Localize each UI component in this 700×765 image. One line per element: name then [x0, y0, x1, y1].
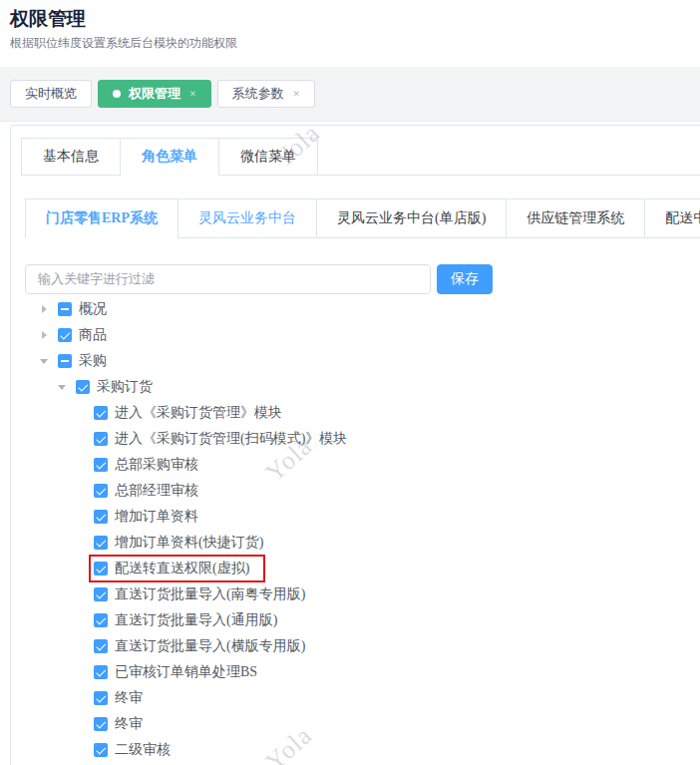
highlight-red-box: 配送转直送权限(虚拟) [89, 555, 265, 582]
tree-node[interactable]: 直送订货批量导入(通用版) [11, 607, 700, 633]
tab-lingfeng-cloud-middle[interactable]: 灵风云业务中台 [177, 198, 317, 238]
tree-node[interactable]: 概况 [11, 296, 700, 322]
tree-node[interactable]: 直送订货批量导入(南粤专用版) [11, 581, 700, 607]
filter-input[interactable] [25, 264, 431, 294]
tree-node-label: 配送转直送权限(虚拟) [115, 560, 249, 577]
page-header: 权限管理 根据职位纬度设置系统后台模块的功能权限 [0, 0, 700, 52]
caret-down-icon[interactable] [39, 355, 58, 368]
tab-label: 灵风云业务中台 [198, 209, 296, 227]
tree-node[interactable]: 二级审核 [11, 737, 700, 763]
tree-node-label: 采购 [79, 352, 107, 370]
checkbox[interactable] [94, 484, 108, 498]
window-tab-permission-management[interactable]: 权限管理 × [98, 80, 211, 108]
tree-node[interactable]: 商品 [11, 322, 700, 348]
tree-node-label: 商品 [79, 326, 107, 344]
tree-node[interactable]: 总部经理审核 [11, 478, 700, 504]
content-card: 基本信息 角色菜单 微信菜单 门店零售ERP系统 灵风云业务中台 灵风云业务中台… [10, 125, 700, 765]
tree-node[interactable]: 终审 [11, 711, 700, 737]
tree-node-label: 增加订单资料 [115, 508, 198, 526]
tree-node[interactable]: 配送转直送权限(虚拟) [11, 556, 700, 581]
tab-basic-info[interactable]: 基本信息 [21, 138, 121, 176]
tree-node-label: 进入《采购订货管理(扫码模式)》模块 [115, 430, 347, 448]
window-tab-bar: 实时概览 权限管理 × 系统参数 × [0, 67, 700, 122]
checkbox[interactable] [94, 587, 108, 601]
tree-node-label: 采购订货 [97, 378, 153, 396]
checkbox[interactable] [94, 665, 108, 679]
system-tab-bar: 门店零售ERP系统 灵风云业务中台 灵风云业务中台(单店版) 供应链管理系统 配… [25, 198, 700, 238]
close-icon[interactable]: × [189, 81, 196, 107]
checkbox[interactable] [94, 691, 108, 705]
checkbox[interactable] [94, 717, 108, 731]
tree-node-label: 总部经理审核 [115, 482, 198, 500]
tree-node[interactable]: 总部采购审核 [11, 452, 700, 478]
checkbox[interactable] [94, 639, 108, 653]
tree-node-label: 终审 [115, 715, 143, 733]
checkbox[interactable] [94, 743, 108, 757]
close-icon[interactable]: × [293, 81, 300, 107]
caret-right-icon[interactable] [39, 305, 58, 313]
tree-node[interactable]: 进入《采购订货管理(扫码模式)》模块 [11, 426, 700, 452]
tree-node[interactable]: 采购订货 [11, 374, 700, 400]
page-title: 权限管理 [10, 6, 700, 32]
filter-toolbar: 保存 [25, 264, 700, 294]
save-button[interactable]: 保存 [437, 264, 493, 294]
checkbox[interactable] [94, 536, 108, 550]
page-subtitle: 根据职位纬度设置系统后台模块的功能权限 [10, 35, 700, 52]
tab-label: 基本信息 [43, 148, 99, 166]
tree-node-label: 进入《采购订货管理》模块 [115, 404, 282, 422]
tab-label: 配送中 [665, 209, 700, 227]
checkbox[interactable] [58, 354, 72, 368]
tab-delivery-truncated[interactable]: 配送中 [644, 198, 700, 238]
active-dot-icon [113, 90, 121, 98]
tree-node[interactable]: 增加订单资料(快捷订货) [11, 530, 700, 556]
tab-label: 角色菜单 [142, 148, 197, 166]
caret-down-icon[interactable] [57, 381, 76, 394]
tree-node-label: 直送订货批量导入(横版专用版) [115, 637, 305, 655]
tree-node-label: 概况 [79, 300, 107, 318]
caret-right-icon[interactable] [39, 331, 58, 339]
tab-label: 供应链管理系统 [526, 209, 624, 227]
window-tab-label: 系统参数 [232, 81, 284, 107]
checkbox[interactable] [94, 432, 108, 446]
tree-node[interactable]: 直送订货批量导入(横版专用版) [11, 633, 700, 659]
tab-supply-chain-system[interactable]: 供应链管理系统 [506, 198, 645, 238]
permission-tree: 概况商品采购采购订货进入《采购订货管理》模块进入《采购订货管理(扫码模式)》模块… [11, 296, 700, 765]
tree-node[interactable]: 终审 [11, 685, 700, 711]
tree-node[interactable]: 已审核订单销单处理BS [11, 659, 700, 685]
window-tab-label: 权限管理 [129, 81, 180, 107]
tab-wechat-menu[interactable]: 微信菜单 [218, 138, 318, 176]
checkbox[interactable] [94, 458, 108, 472]
tab-label: 灵风云业务中台(单店版) [337, 209, 486, 227]
tab-lingfeng-cloud-single-store[interactable]: 灵风云业务中台(单店版) [316, 198, 507, 238]
tree-node-label: 已审核订单销单处理BS [115, 663, 257, 681]
window-tab-system-params[interactable]: 系统参数 × [217, 80, 315, 108]
tree-node[interactable]: 增加订单资料 [11, 504, 700, 530]
checkbox[interactable] [94, 562, 108, 575]
checkbox[interactable] [58, 302, 72, 316]
tree-node-label: 终审 [115, 689, 143, 707]
tab-role-menu[interactable]: 角色菜单 [120, 138, 219, 176]
checkbox[interactable] [94, 510, 108, 524]
tab-label: 微信菜单 [240, 148, 296, 166]
checkbox[interactable] [94, 406, 108, 420]
tree-node-label: 直送订货批量导入(通用版) [115, 611, 277, 629]
window-tab-realtime-overview[interactable]: 实时概览 [10, 80, 92, 108]
tab-label: 门店零售ERP系统 [46, 209, 158, 227]
checkbox[interactable] [94, 613, 108, 627]
tree-node-label: 直送订货批量导入(南粤专用版) [115, 585, 305, 603]
main-tab-bar: 基本信息 角色菜单 微信菜单 [21, 138, 700, 176]
tree-node-label: 增加订单资料(快捷订货) [115, 534, 263, 552]
checkbox[interactable] [58, 328, 72, 342]
tree-node-label: 二级审核 [115, 741, 171, 759]
tree-node[interactable]: 进入《采购订货管理》模块 [11, 400, 700, 426]
window-tab-label: 实时概览 [25, 81, 77, 107]
tree-node[interactable]: 采购 [11, 348, 700, 374]
tree-node-label: 总部采购审核 [115, 456, 198, 474]
tab-store-retail-erp[interactable]: 门店零售ERP系统 [25, 198, 178, 238]
checkbox[interactable] [76, 380, 90, 394]
